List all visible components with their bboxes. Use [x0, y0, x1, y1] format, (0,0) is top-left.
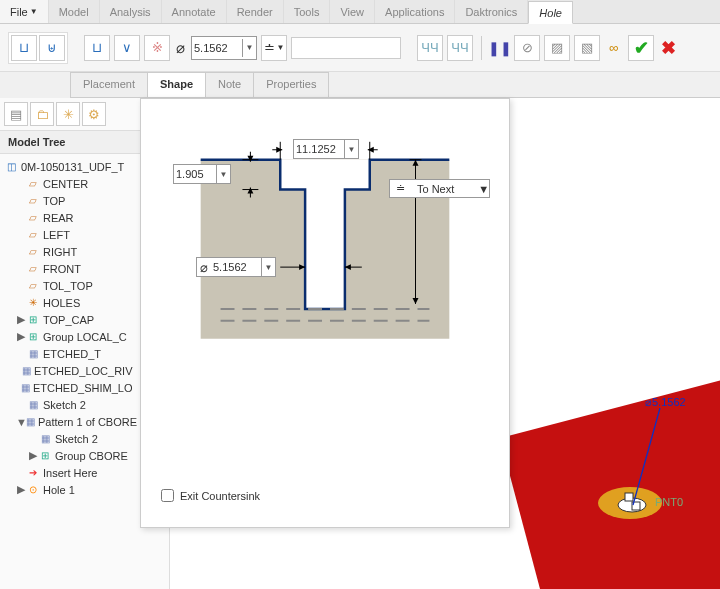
tree-item-label: Hole 1 — [43, 484, 75, 496]
depth-value-input[interactable] — [291, 37, 401, 59]
pause-button[interactable]: ❚❚ — [490, 38, 510, 58]
tree-new-button[interactable]: ✳ — [56, 102, 80, 126]
menu-applications[interactable]: Applications — [375, 0, 455, 23]
exit-countersink-toggle[interactable]: Exit Countersink — [141, 481, 509, 510]
rectangle-hole-button[interactable]: ⊔ — [84, 35, 110, 61]
tree-layers-button[interactable]: ▤ — [4, 102, 28, 126]
group-icon: ⊞ — [26, 331, 40, 343]
tree-root-label: 0M-1050131_UDF_T — [21, 161, 124, 173]
tree-item-label: LEFT — [43, 229, 70, 241]
depth-option-button[interactable]: ≐▼ — [261, 35, 287, 61]
main-area: ▤ 🗀 ✳ ⚙ Model Tree ◫0M-1050131_UDF_T ▱CE… — [0, 98, 720, 589]
expand-icon[interactable]: ▶ — [16, 483, 26, 496]
datum-icon: ▱ — [26, 195, 40, 207]
diameter-symbol-icon: ⌀ — [176, 39, 185, 57]
depth-icon: ≐ — [390, 180, 411, 197]
datum-icon: ▱ — [26, 212, 40, 224]
tree-item-label: ETCHED_LOC_RIV — [34, 365, 132, 377]
menu-file-label: File — [10, 6, 28, 18]
cbore-depth-input[interactable] — [174, 166, 216, 182]
pattern-icon: ▦ — [26, 416, 35, 428]
viewport-dim-label: ⌀5.1562 — [645, 396, 686, 408]
menu-render[interactable]: Render — [227, 0, 284, 23]
menu-analysis[interactable]: Analysis — [100, 0, 162, 23]
datum-icon: ▱ — [26, 178, 40, 190]
svg-rect-17 — [625, 493, 633, 501]
cbore-toggle-button[interactable]: ЧЧ — [417, 35, 443, 61]
expand-icon[interactable]: ▶ — [16, 313, 26, 326]
sketch-icon: ▦ — [26, 399, 40, 411]
tree-item-label: TOP — [43, 195, 65, 207]
tree-item-label: TOP_CAP — [43, 314, 94, 326]
no-preview-button[interactable]: ⊘ — [514, 35, 540, 61]
holes-icon: ✳ — [26, 297, 40, 309]
tree-item-label: HOLES — [43, 297, 80, 309]
hole-dia-dropdown[interactable]: ▼ — [261, 258, 275, 276]
menu-hole[interactable]: Hole — [528, 1, 573, 24]
menu-annotate[interactable]: Annotate — [162, 0, 227, 23]
sketch-icon: ▦ — [22, 365, 31, 377]
hole-toolbar: ⊔ ⊎ ⊔ ∨ ※ ⌀ ▼ ≐▼ ЧЧ ЧЧ ❚❚ ⊘ ▨ ▧ ∞ ✔ ✖ — [0, 24, 720, 72]
datum-icon: ▱ — [26, 263, 40, 275]
separator — [481, 36, 482, 60]
tree-item-label: Pattern 1 of CBORE — [38, 416, 137, 428]
insert-icon: ➔ — [26, 467, 40, 479]
cbore-depth-dropdown[interactable]: ▼ — [216, 165, 230, 183]
part-icon: ◫ — [4, 161, 18, 173]
depth-option-dropdown[interactable]: ▼ — [478, 183, 489, 195]
hole-dia-input[interactable] — [211, 259, 261, 275]
expand-icon[interactable]: ▼ — [16, 416, 26, 428]
cbore-dia-input[interactable] — [294, 141, 344, 157]
exit-countersink-checkbox[interactable] — [161, 489, 174, 502]
menu-model[interactable]: Model — [49, 0, 100, 23]
ok-button[interactable]: ✔ — [628, 35, 654, 61]
verify-button[interactable]: ▨ — [544, 35, 570, 61]
sketch-hole-button[interactable]: ※ — [144, 35, 170, 61]
tree-item-label: Group CBORE — [55, 450, 128, 462]
hole-dia-input-group: ⌀ ▼ — [196, 257, 276, 277]
expand-icon[interactable]: ▶ — [28, 449, 38, 462]
shape-panel: ▼ ▼ ⌀ ▼ ≐ To Next ▼ Exit Countersink — [140, 98, 510, 528]
diameter-icon: ⌀ — [197, 260, 211, 275]
hole-subtabs: Placement Shape Note Properties — [70, 72, 720, 98]
tab-placement[interactable]: Placement — [70, 72, 148, 97]
hole-type-group: ⊔ ⊎ — [8, 32, 68, 64]
depth-option-select[interactable]: ≐ To Next ▼ — [389, 179, 490, 198]
tab-note[interactable]: Note — [205, 72, 254, 97]
simple-hole-button[interactable]: ⊔ — [11, 35, 37, 61]
preview-button[interactable]: ▧ — [574, 35, 600, 61]
diameter-input-group: ▼ — [191, 36, 257, 60]
tree-settings-button[interactable]: ⚙ — [82, 102, 106, 126]
tree-folders-button[interactable]: 🗀 — [30, 102, 54, 126]
tree-item-label: REAR — [43, 212, 74, 224]
dropdown-icon: ▼ — [30, 7, 38, 16]
depth-option-label: To Next — [411, 181, 460, 197]
menu-bar: File▼ Model Analysis Annotate Render Too… — [0, 0, 720, 24]
tree-item-label: Insert Here — [43, 467, 97, 479]
tree-item-label: CENTER — [43, 178, 88, 190]
hole-icon: ⊙ — [26, 484, 40, 496]
tab-properties[interactable]: Properties — [253, 72, 329, 97]
menu-view[interactable]: View — [330, 0, 375, 23]
sketch-icon: ▦ — [26, 348, 40, 360]
tab-shape[interactable]: Shape — [147, 72, 206, 97]
tree-item-label: Group LOCAL_C — [43, 331, 127, 343]
tree-item-label: TOL_TOP — [43, 280, 93, 292]
glasses-icon[interactable]: ∞ — [604, 38, 624, 58]
standard-hole-button[interactable]: ⊎ — [39, 35, 65, 61]
tree-item-label: ETCHED_SHIM_LO — [33, 382, 133, 394]
diameter-input[interactable] — [192, 37, 242, 59]
tapered-hole-button[interactable]: ∨ — [114, 35, 140, 61]
expand-icon[interactable]: ▶ — [16, 330, 26, 343]
cancel-button[interactable]: ✖ — [658, 38, 678, 58]
diameter-dropdown[interactable]: ▼ — [242, 39, 256, 57]
menu-file[interactable]: File▼ — [0, 0, 49, 23]
tree-item-label: Sketch 2 — [55, 433, 98, 445]
menu-daktronics[interactable]: Daktronics — [455, 0, 528, 23]
exit-countersink-label: Exit Countersink — [180, 490, 260, 502]
cbore-dia-dropdown[interactable]: ▼ — [344, 140, 358, 158]
csink-toggle-button[interactable]: ЧЧ — [447, 35, 473, 61]
tree-item-label: Sketch 2 — [43, 399, 86, 411]
menu-tools[interactable]: Tools — [284, 0, 331, 23]
sketch-icon: ▦ — [38, 433, 52, 445]
